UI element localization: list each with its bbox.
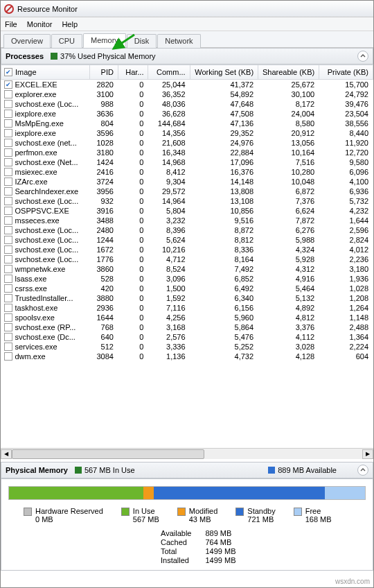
- table-row[interactable]: services.exe51203,3365,2523,0282,224: [1, 342, 373, 352]
- tab-network[interactable]: Network: [157, 34, 200, 48]
- row-checkbox[interactable]: [4, 343, 12, 351]
- table-row[interactable]: svchost.exe (Loc...248008,3968,8726,2762…: [1, 225, 373, 235]
- shareable: 8,172: [258, 99, 319, 109]
- row-checkbox[interactable]: [4, 294, 12, 302]
- tab-disk[interactable]: Disk: [127, 34, 157, 48]
- col-hard[interactable]: Har...: [118, 65, 148, 80]
- row-checkbox[interactable]: [4, 333, 12, 341]
- private: 15,700: [319, 80, 373, 90]
- table-row[interactable]: SearchIndexer.exe3956029,57213,8086,8726…: [1, 187, 373, 196]
- tab-cpu[interactable]: CPU: [51, 34, 82, 48]
- menu-monitor[interactable]: Monitor: [27, 20, 53, 28]
- row-checkbox[interactable]: [4, 90, 12, 98]
- table-row[interactable]: iexplore.exe3636036,62847,50824,00423,50…: [1, 109, 373, 119]
- col-private[interactable]: Private (KB): [319, 65, 373, 80]
- table-row[interactable]: ✔EXCEL.EXE2820025,04441,37225,67215,700: [1, 80, 373, 90]
- row-checkbox[interactable]: [4, 304, 12, 312]
- col-workingset[interactable]: Working Set (KB): [190, 65, 258, 80]
- col-pid[interactable]: PID: [89, 65, 118, 80]
- scroll-right-button[interactable]: ▶: [362, 449, 373, 459]
- row-checkbox[interactable]: [4, 352, 12, 361]
- row-checkbox[interactable]: ✔: [4, 80, 12, 89]
- col-commit[interactable]: Comm...: [148, 65, 190, 80]
- hard: 0: [118, 99, 148, 109]
- table-row[interactable]: spoolsv.exe164404,2565,9604,8121,148: [1, 313, 373, 322]
- table-row[interactable]: svchost.exe (Dc...64002,5765,4764,1121,3…: [1, 332, 373, 342]
- process-name: OSPPSVC.EXE: [15, 207, 69, 215]
- table-row[interactable]: svchost.exe (Loc...177604,7128,1645,9282…: [1, 254, 373, 264]
- shareable: 10,280: [258, 167, 319, 177]
- row-checkbox[interactable]: [4, 187, 12, 196]
- table-row[interactable]: lsass.exe52803,0966,8524,9161,936: [1, 274, 373, 284]
- table-row[interactable]: wmpnetwk.exe386008,5247,4924,3123,180: [1, 264, 373, 274]
- table-row[interactable]: svchost.exe (net...1028021,60824,97613,0…: [1, 138, 373, 148]
- select-all-checkbox[interactable]: ✔: [4, 68, 12, 76]
- row-checkbox[interactable]: [4, 148, 12, 157]
- collapse-processes-button[interactable]: [357, 51, 368, 62]
- row-checkbox[interactable]: [4, 284, 12, 293]
- table-row[interactable]: svchost.exe (Loc...124405,6248,8125,9882…: [1, 235, 373, 245]
- tab-overview[interactable]: Overview: [3, 34, 51, 48]
- private: 38,556: [319, 119, 373, 128]
- table-row[interactable]: svchost.exe (Loc...932014,96413,1087,376…: [1, 196, 373, 206]
- row-checkbox[interactable]: [4, 158, 12, 166]
- menu-file[interactable]: File: [5, 20, 17, 28]
- row-checkbox[interactable]: [4, 216, 12, 225]
- table-row[interactable]: msseces.exe348803,2329,5167,8721,644: [1, 216, 373, 225]
- table-row[interactable]: csrss.exe42001,5006,4925,4641,028: [1, 284, 373, 293]
- private: 39,476: [319, 99, 373, 109]
- working-set: 5,960: [190, 313, 258, 322]
- table-row[interactable]: msiexec.exe241608,41216,37610,2806,096: [1, 167, 373, 177]
- menu-help[interactable]: Help: [62, 20, 78, 28]
- hard: 0: [118, 332, 148, 342]
- table-row[interactable]: svchost.exe (Loc...1672010,2168,3364,324…: [1, 245, 373, 254]
- tab-memory[interactable]: Memory: [83, 33, 126, 48]
- scroll-track[interactable]: [12, 449, 362, 459]
- row-checkbox[interactable]: [4, 255, 12, 263]
- row-checkbox[interactable]: [4, 139, 12, 147]
- row-checkbox[interactable]: [4, 119, 12, 128]
- shareable: 5,928: [258, 254, 319, 264]
- row-checkbox[interactable]: [4, 100, 12, 108]
- row-checkbox[interactable]: [4, 313, 12, 322]
- collapse-pm-button[interactable]: [357, 465, 368, 476]
- table-row[interactable]: explorer.exe3100036,35254,89230,10024,79…: [1, 89, 373, 99]
- scroll-thumb[interactable]: [12, 449, 204, 459]
- table-row[interactable]: svchost.exe (RP...76803,1685,8643,3762,4…: [1, 322, 373, 332]
- table-row[interactable]: MsMpEng.exe8040144,68447,1368,58038,556: [1, 119, 373, 128]
- row-checkbox[interactable]: [4, 275, 12, 283]
- horizontal-scrollbar[interactable]: ◀ ▶: [1, 448, 373, 459]
- table-row[interactable]: IZArc.exe372409,30414,14810,0484,100: [1, 177, 373, 187]
- scroll-left-button[interactable]: ◀: [1, 449, 12, 459]
- row-checkbox[interactable]: [4, 226, 12, 234]
- table-row[interactable]: iexplore.exe3596014,35629,35220,9128,440: [1, 128, 373, 138]
- col-image[interactable]: ✔Image: [1, 65, 90, 80]
- working-set: 4,732: [190, 352, 258, 361]
- table-row[interactable]: perfmon.exe3180016,34822,88410,16412,720: [1, 148, 373, 157]
- process-name: taskhost.exe: [15, 304, 58, 312]
- table-row[interactable]: dwm.exe308401,1364,7324,128604: [1, 352, 373, 361]
- row-checkbox[interactable]: [4, 129, 12, 137]
- row-checkbox[interactable]: [4, 168, 12, 176]
- pm-avail-label: 889 MB Available: [278, 466, 337, 474]
- row-checkbox[interactable]: [4, 323, 12, 331]
- col-shareable[interactable]: Shareable (KB): [258, 65, 319, 80]
- row-checkbox[interactable]: [4, 236, 12, 244]
- table-row[interactable]: TrustedInstaller...388001,5926,3405,1321…: [1, 293, 373, 303]
- hard: 0: [118, 254, 148, 264]
- processes-header[interactable]: Processes 37% Used Physical Memory: [1, 48, 373, 64]
- hard: 0: [118, 284, 148, 293]
- table-row[interactable]: svchost.exe (Net...1424014,96817,0967,51…: [1, 157, 373, 167]
- row-checkbox[interactable]: [4, 245, 12, 254]
- row-checkbox[interactable]: [4, 110, 12, 118]
- row-checkbox[interactable]: [4, 265, 12, 273]
- row-checkbox[interactable]: [4, 197, 12, 205]
- commit: 7,116: [148, 303, 190, 313]
- table-row[interactable]: taskhost.exe293607,1166,1564,8921,264: [1, 303, 373, 313]
- table-row[interactable]: svchost.exe (Loc...988048,03647,6488,172…: [1, 99, 373, 109]
- physical-memory-header[interactable]: Physical Memory 567 MB In Use 889 MB Ava…: [1, 462, 373, 478]
- table-row[interactable]: OSPPSVC.EXE391605,80410,8566,6244,232: [1, 206, 373, 216]
- shareable: 7,376: [258, 196, 319, 206]
- row-checkbox[interactable]: [4, 178, 12, 186]
- row-checkbox[interactable]: [4, 207, 12, 215]
